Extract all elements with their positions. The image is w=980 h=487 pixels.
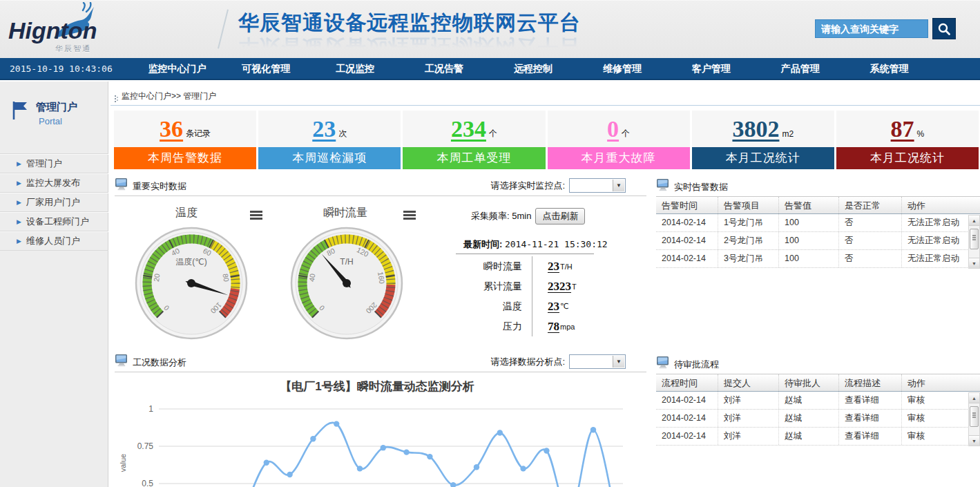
table-cell: 2014-02-14 (656, 232, 718, 249)
column-header: 提交人 (718, 374, 779, 391)
svg-text:20: 20 (152, 273, 162, 283)
stat-card-value-area: 234个 (403, 111, 545, 147)
sidebar-item-3[interactable]: ▶厂家用户门户 (0, 193, 108, 212)
sidebar-item-2[interactable]: ▶监控大屏发布 (0, 173, 108, 193)
reading-value: 23℃ (532, 296, 568, 316)
stat-card-banner[interactable]: 本周告警数据 (114, 147, 256, 169)
table-cell[interactable]: 查看详细 (839, 428, 902, 445)
table-scrollbar[interactable]: ▲▼ (968, 215, 980, 269)
stat-card-4: 0个本月重大故障 (548, 111, 690, 169)
table-cell: 无法正常启动 (902, 250, 968, 267)
stat-card-banner[interactable]: 本周工单受理 (403, 147, 545, 169)
sidebar-item-5[interactable]: ▶维修人员门户 (0, 231, 108, 251)
refresh-button[interactable]: 点击刷新 (535, 208, 585, 225)
nav-item-7[interactable]: 客户管理 (666, 58, 756, 79)
breadcrumb-text: 监控中心门户>> 管理门户 (122, 91, 216, 101)
search-button[interactable] (932, 18, 956, 39)
svg-text:0.5: 0.5 (142, 479, 153, 487)
scroll-down-icon[interactable]: ▼ (969, 435, 979, 446)
gauge-menu-icon[interactable] (250, 211, 262, 213)
analysis-title: 工况数据分析 (133, 356, 186, 369)
table-cell[interactable]: 查看详细 (839, 410, 902, 427)
stat-card-banner[interactable]: 本月工况统计 (692, 147, 834, 169)
nav-item-1[interactable]: 监控中心门户 (133, 58, 222, 79)
reading-number: 2323 (548, 280, 571, 294)
readings-list: 瞬时流量23T/H累计流量2323T温度23℃压力78mpa (456, 256, 637, 336)
nav-item-4[interactable]: 工况告警 (400, 58, 489, 79)
analysis-point-select[interactable]: ▼ (569, 354, 626, 369)
stat-card-value: 234 (451, 117, 486, 141)
table-row: 2014-02-14刘洋赵城查看详细审核 (656, 392, 980, 410)
latest-time-value: 2014-11-21 15:30:12 (505, 239, 608, 249)
table-cell: 2014-02-14 (656, 428, 718, 445)
table-cell: 刘洋 (718, 410, 779, 427)
nav-item-2[interactable]: 可视化管理 (222, 58, 311, 79)
reading-unit: mpa (560, 323, 575, 331)
sample-frequency-label: 采集频率: 5min (471, 210, 531, 222)
scroll-up-icon[interactable]: ▲ (969, 216, 979, 226)
breadcrumb-divider (111, 105, 980, 106)
monitor-icon (656, 356, 670, 372)
analysis-panel: 工况数据分析 请选择数据分析点: ▼ 【电厂1号线】瞬时流量动态监测分析10.7… (115, 352, 646, 487)
sidebar-item-1[interactable]: ▶管理门户 (0, 154, 108, 173)
stat-card-value-area: 36条记录 (114, 111, 256, 147)
scroll-grip (972, 414, 976, 416)
sidebar: 管理门户 Portal ▶管理门户▶监控大屏发布▶厂家用户门户▶设备工程师门户▶… (0, 82, 108, 487)
table-cell[interactable]: 审核 (902, 428, 968, 445)
table-row: 2014-02-14刘洋赵城查看详细审核 (656, 410, 980, 428)
latest-time-label: 最新时间: (463, 239, 502, 249)
reading-row-3: 温度23℃ (456, 296, 637, 316)
stat-card-2: 23次本周巡检漏项 (258, 111, 401, 169)
table-scrollbar[interactable]: ▲▼ (968, 392, 980, 446)
logo-subtext: 华辰智通 (55, 44, 91, 54)
app-root: Hignton 华辰智通 华辰智通设备远程监控物联网云平台 华辰智通设备远程监控… (0, 0, 980, 487)
nav-item-8[interactable]: 产品管理 (756, 58, 845, 79)
logo: Hignton 华辰智通 (8, 5, 215, 55)
nav-item-3[interactable]: 工况监控 (311, 58, 400, 79)
gauge-menu-icon[interactable] (403, 211, 416, 213)
realtime-panel: 重要实时数据 请选择实时监控点: ▼ 温度 瞬时流量 020406080100温… (115, 176, 646, 350)
table-cell[interactable]: 查看详细 (839, 392, 902, 409)
reading-unit: ℃ (560, 302, 568, 311)
nav-item-6[interactable]: 维修管理 (577, 58, 666, 79)
stat-card-value-area: 3802m2 (692, 111, 834, 147)
search-icon (937, 22, 951, 36)
approval-panel: 待审批流程流程时间提交人待审批人流程描述动作2014-02-14刘洋赵城查看详细… (656, 354, 980, 455)
reading-value: 78mpa (532, 316, 575, 336)
stat-card-banner[interactable]: 本周巡检漏项 (258, 147, 401, 169)
scroll-thumb[interactable] (970, 406, 979, 427)
nav-item-5[interactable]: 远程控制 (489, 58, 578, 79)
stat-card-banner[interactable]: 本月工况统计 (836, 147, 979, 169)
flag-icon (11, 101, 29, 120)
sidebar-item-label: 维修人员门户 (26, 236, 80, 246)
caret-right-icon: ▶ (17, 193, 21, 212)
stat-card-value: 0 (607, 117, 619, 141)
sidebar-menu: ▶管理门户▶监控大屏发布▶厂家用户门户▶设备工程师门户▶维修人员门户 (0, 153, 108, 251)
table-row: 2014-02-141号龙门吊100否无法正常启动 (656, 214, 980, 232)
scroll-up-icon[interactable]: ▲ (969, 393, 979, 403)
table-cell: 刘洋 (718, 428, 779, 445)
stat-card-value: 36 (160, 117, 183, 141)
table-cell: 赵城 (779, 392, 839, 409)
table-cell: 2号龙门吊 (718, 232, 779, 249)
table-cell[interactable]: 审核 (902, 410, 968, 427)
nav-item-9[interactable]: 系统管理 (845, 58, 934, 79)
analysis-select-label: 请选择数据分析点: (490, 356, 565, 368)
search-input[interactable] (815, 19, 928, 38)
sidebar-item-4[interactable]: ▶设备工程师门户 (0, 212, 108, 231)
stat-card-unit: 条记录 (186, 128, 211, 140)
column-header: 告警时间 (656, 197, 718, 213)
monitor-point-select[interactable]: ▼ (569, 178, 626, 193)
reading-unit: T (572, 283, 577, 291)
table-header-row: 告警时间告警项目告警值是否正常动作 (656, 196, 980, 214)
stat-card-banner[interactable]: 本月重大故障 (548, 147, 690, 169)
scroll-thumb[interactable] (970, 229, 979, 249)
table-cell: 否 (839, 232, 902, 249)
scroll-down-icon[interactable]: ▼ (969, 258, 979, 268)
column-header: 告警项目 (718, 197, 779, 213)
gauge-title-flow: 瞬时流量 (323, 206, 367, 220)
column-header: 告警值 (779, 197, 839, 213)
table-cell[interactable]: 审核 (902, 392, 968, 409)
table-cell: 100 (779, 232, 839, 249)
breadcrumb-icon (115, 95, 116, 97)
